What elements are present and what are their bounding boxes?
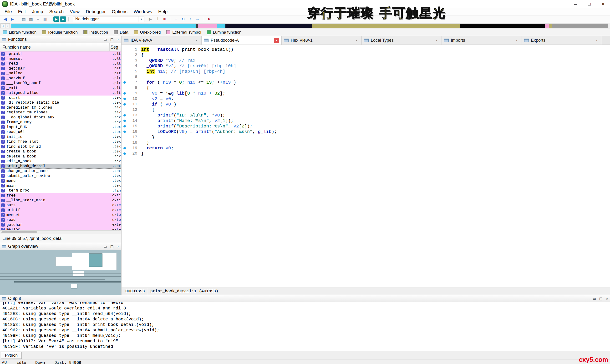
navband-segment-library[interactable]: [11, 24, 196, 28]
code-line-16[interactable]: 16 LODWORD(v0) = printf("Author: %s\n", …: [121, 129, 610, 134]
chevron-down-icon[interactable]: ▾: [138, 16, 144, 22]
column-segment[interactable]: Seg: [110, 45, 121, 50]
menu-jump[interactable]: Jump: [29, 8, 46, 15]
code-line-13[interactable]: 13 printf("ID: %lu\n", *v0);: [121, 112, 610, 118]
minimize-button[interactable]: –: [569, 0, 582, 8]
navband-right-icon[interactable]: ▸: [5, 23, 10, 28]
function-row-getchar[interactable]: fgetcharextern: [0, 222, 121, 228]
menu-file[interactable]: File: [1, 8, 15, 15]
menu-debugger[interactable]: Debugger: [83, 8, 109, 15]
navband-segment-external[interactable]: [198, 24, 217, 28]
function-row-dl-relocate-static-pie[interactable]: f_dl_relocate_static_pie.text: [0, 100, 121, 105]
code-line-17[interactable]: 17 }: [121, 134, 610, 140]
breakpoint-dot-icon[interactable]: [121, 153, 128, 155]
output-line[interactable]: 401853: using guessed type __int64 print…: [2, 322, 608, 327]
breakpoint-dot-icon[interactable]: [121, 103, 128, 105]
menu-edit[interactable]: Edit: [15, 8, 29, 15]
output-line[interactable]: 401A21: variables would overlap: edi.4 a…: [2, 306, 608, 311]
breakpoint-dot-icon[interactable]: [121, 98, 128, 100]
function-row-change-author-name[interactable]: fchange_author_name.text: [0, 169, 121, 174]
step-into-icon[interactable]: ↓: [173, 16, 179, 22]
strings-icon[interactable]: ≡: [35, 16, 41, 22]
output-line[interactable]: 4016CC: using guessed type __int64 delet…: [2, 317, 608, 322]
code-line-7[interactable]: 7 for ( n19 = 0; n19 <= 19; ++n19 ): [121, 79, 610, 85]
navigation-band[interactable]: [11, 24, 608, 28]
navband-segment-dark[interactable]: [225, 24, 312, 28]
breakpoint-icon[interactable]: ●: [206, 16, 212, 22]
breakpoint-dot-icon[interactable]: [121, 120, 128, 122]
graph-overview-canvas[interactable]: [0, 250, 121, 295]
output-line[interactable]: 401962: using guessed type __int64 submi…: [2, 327, 608, 333]
output-line[interactable]: [hrt] 401917: Var "var4" was renamed to …: [2, 338, 608, 344]
output-line[interactable]: 40198F: using guessed type __int64 menu(…: [2, 333, 608, 338]
function-row-read[interactable]: f_read.plt: [0, 61, 121, 66]
tab-local-types[interactable]: Local Types×: [362, 36, 442, 45]
function-row-read-u64[interactable]: fread_u64.text: [0, 130, 121, 135]
function-row-exit[interactable]: f_exit.plt: [0, 86, 121, 91]
function-row-find-free-slot[interactable]: ffind_free_slot.text: [0, 139, 121, 144]
close-panel-icon[interactable]: ×: [117, 37, 119, 41]
code-line-20[interactable]: 20}: [121, 151, 610, 156]
function-row-libc-start-main[interactable]: f__libc_start_mainextern: [0, 198, 121, 203]
structures-icon[interactable]: ▥: [42, 16, 48, 22]
close-panel-icon[interactable]: ×: [117, 244, 119, 248]
scrollbar-thumb[interactable]: [1, 231, 37, 233]
tab-hex-view-1[interactable]: Hex View-1×: [282, 36, 362, 45]
maximize-button[interactable]: □: [582, 0, 596, 8]
function-row-do-global-dtors-aux[interactable]: f__do_global_dtors_aux.text: [0, 115, 121, 120]
function-row-memset[interactable]: f_memset.plt: [0, 56, 121, 62]
run-until-return-icon[interactable]: ↑: [187, 16, 194, 22]
code-line-12[interactable]: 12 {: [121, 107, 610, 112]
navband-segment-tick[interactable]: [196, 24, 198, 28]
menu-view[interactable]: View: [67, 8, 83, 15]
start-process-icon[interactable]: ▶: [53, 16, 59, 22]
minimize-panel-icon[interactable]: ▭: [593, 297, 596, 301]
close-icon[interactable]: ×: [434, 38, 439, 43]
code-line-2[interactable]: 2{: [121, 52, 610, 58]
code-line-8[interactable]: 8 {: [121, 85, 610, 91]
function-row-free[interactable]: ffreeextern: [0, 193, 121, 198]
function-row-getchar[interactable]: f_getchar.plt: [0, 66, 121, 71]
breakpoint-dot-icon[interactable]: [121, 92, 128, 95]
function-row-submit-polar-review[interactable]: fsubmit_polar_review.text: [0, 174, 121, 179]
function-row-main[interactable]: fmain.text: [0, 183, 121, 188]
code-line-11[interactable]: 11 if ( v0 ): [121, 102, 610, 107]
continue-icon[interactable]: ▶: [147, 16, 154, 22]
minimize-panel-icon[interactable]: ▭: [104, 244, 107, 249]
close-icon[interactable]: ×: [354, 38, 359, 43]
float-panel-icon[interactable]: ◱: [110, 244, 114, 249]
minimize-panel-icon[interactable]: ▭: [104, 37, 107, 42]
function-row-input-bug[interactable]: finput_BUG.text: [0, 125, 121, 130]
attach-process-icon[interactable]: ▶: [60, 16, 66, 22]
navband-segment-regular[interactable]: [312, 24, 460, 28]
code-line-4[interactable]: 4 _QWORD *v2; // [rsp+0h] [rbp-10h]: [121, 63, 610, 69]
function-row-print-book-detail[interactable]: fprint_book_detail.text: [0, 164, 121, 169]
stop-icon[interactable]: ■: [161, 16, 168, 22]
function-row-printf[interactable]: f_printf.plt: [0, 52, 121, 56]
tab-exports[interactable]: Exports×: [522, 36, 602, 45]
function-row-delete-a-book[interactable]: fdelete_a_book.text: [0, 154, 121, 159]
function-row-printf[interactable]: fprintfextern: [0, 208, 121, 213]
function-row-malloc[interactable]: fmallocextern: [0, 227, 121, 230]
code-line-15[interactable]: 15 printf("Description: %s\n", v2[2]);: [121, 123, 610, 129]
close-icon[interactable]: ×: [594, 38, 599, 43]
function-row-find-slot-by-id[interactable]: ffind_slot_by_id.text: [0, 144, 121, 149]
menu-windows[interactable]: Windows: [130, 8, 155, 15]
function-row-puts[interactable]: fputsextern: [0, 203, 121, 208]
function-row-read[interactable]: freadextern: [0, 218, 121, 222]
breakpoint-dot-icon[interactable]: [121, 125, 128, 128]
code-line-14[interactable]: 14 printf("Name: %s\n", v2[1]);: [121, 118, 610, 123]
function-row-create-a-book[interactable]: fcreate_a_book.text: [0, 149, 121, 154]
navband-segment-library2[interactable]: [217, 24, 225, 28]
menu-search[interactable]: Search: [46, 8, 67, 15]
step-over-icon[interactable]: ↻: [180, 16, 186, 22]
code-line-1[interactable]: 1int __fastcall print_book_detail(): [121, 47, 610, 52]
function-row-isoc99-scanf[interactable]: f___isoc99_scanf.plt: [0, 81, 121, 86]
function-row-init-io[interactable]: finit_io.text: [0, 135, 121, 140]
function-row-setvbuf[interactable]: f_setvbuf.plt: [0, 76, 121, 81]
tab-imports[interactable]: Imports×: [442, 36, 522, 45]
code-line-19[interactable]: 19 return v0;: [121, 145, 610, 151]
output-line[interactable]: 40191F: variable 'v0' is possibly undefi…: [2, 344, 608, 350]
code-line-6[interactable]: 6: [121, 74, 610, 79]
tab-python[interactable]: Python: [1, 352, 22, 359]
